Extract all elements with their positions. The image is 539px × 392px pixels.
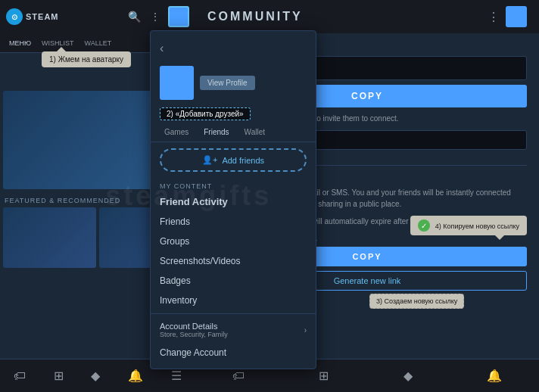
- bottom-bell-icon[interactable]: 🔔: [128, 369, 143, 383]
- tooltip-step2: 2) «Добавить друзей»: [160, 107, 251, 120]
- profile-tab-wallet[interactable]: Wallet: [240, 126, 270, 138]
- community-avatar: [506, 6, 527, 27]
- middle-panel: ‹ View Profile 2) «Добавить друзей» Game…: [150, 0, 316, 392]
- bottom-grid-icon[interactable]: ⊞: [54, 369, 64, 383]
- profile-avatar: [160, 66, 194, 100]
- profile-tab-games[interactable]: Games: [160, 126, 193, 138]
- menu-item-account-details[interactable]: Account Details Store, Security, Family …: [151, 317, 316, 343]
- add-friends-icon: 👤+: [202, 155, 217, 165]
- profile-tabs: Games Friends Wallet: [151, 123, 316, 142]
- nav-tab-menu[interactable]: МЕНЮ: [5, 38, 36, 48]
- my-content-label: MY CONTENT: [151, 178, 316, 191]
- steam-title: STEAM: [26, 12, 59, 21]
- checkmark-icon: ✓: [418, 219, 430, 232]
- menu-item-badges[interactable]: Badges: [151, 271, 316, 291]
- community-menu-icon[interactable]: ⋮: [488, 10, 500, 24]
- menu-item-groups[interactable]: Groups: [151, 232, 316, 251]
- profile-tab-friends[interactable]: Friends: [199, 126, 233, 138]
- right-nav-bell-icon[interactable]: 🔔: [487, 369, 502, 383]
- menu-item-screenshots[interactable]: Screenshots/Videos: [151, 251, 316, 271]
- nav-tab-wallet[interactable]: WALLET: [80, 38, 117, 48]
- bottom-tag-icon[interactable]: 🏷: [14, 369, 26, 383]
- search-icon[interactable]: 🔍: [126, 8, 142, 25]
- tooltip-step4: ✓ 4) Копируем новую ссылку: [410, 216, 527, 235]
- menu-divider: [151, 313, 316, 314]
- featured-item-1: [3, 207, 96, 268]
- right-nav-grid-icon[interactable]: ⊞: [319, 369, 329, 383]
- back-button[interactable]: ‹: [151, 37, 316, 60]
- bottom-diamond-icon[interactable]: ◆: [91, 369, 100, 383]
- dropdown-overlay: ‹ View Profile 2) «Добавить друзей» Game…: [150, 30, 316, 369]
- right-nav-diamond-icon[interactable]: ◆: [403, 369, 413, 383]
- steam-logo: ⊙ STEAM: [6, 8, 59, 25]
- profile-section: View Profile: [151, 60, 316, 106]
- arrow-icon: ›: [304, 326, 307, 334]
- menu-item-inventory[interactable]: Inventory: [151, 291, 316, 310]
- menu-item-friend-activity[interactable]: Friend Activity: [151, 191, 316, 212]
- menu-item-change-account[interactable]: Change Account: [151, 343, 316, 362]
- menu-item-friends[interactable]: Friends: [151, 212, 316, 232]
- steam-icon: ⊙: [6, 8, 23, 25]
- tooltip-step3: 3) Создаем новую ссылку: [369, 294, 464, 309]
- main-container: ⊙ STEAM 🔍 ⋮ МЕНЮ WISHLIST WALLET 1) Жмем…: [0, 0, 539, 392]
- tooltip-step1: 1) Жмем на аватарку: [42, 51, 131, 67]
- add-friends-button[interactable]: 👤+ Add friends: [160, 148, 307, 172]
- view-profile-button[interactable]: View Profile: [200, 76, 255, 90]
